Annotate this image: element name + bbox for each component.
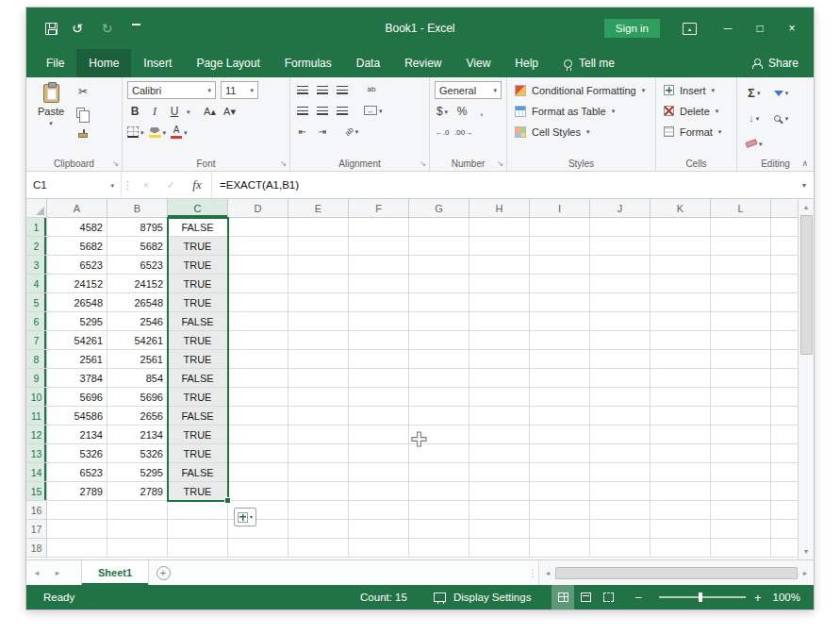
cell-A13[interactable]: 5326 [47, 444, 107, 463]
italic-button[interactable]: I [147, 103, 162, 120]
cell-I11[interactable] [530, 407, 590, 425]
ribbon-display-options-button[interactable]: ▴ [683, 23, 697, 35]
cell-F9[interactable] [349, 369, 409, 388]
cell-K17[interactable] [651, 520, 711, 539]
cell-B13[interactable]: 5326 [107, 444, 168, 463]
cell-F15[interactable] [349, 482, 409, 501]
scroll-right-button[interactable]: ▸ [798, 569, 813, 577]
cell-I7[interactable] [530, 331, 590, 350]
column-header-D[interactable]: D [228, 199, 288, 218]
cell-F5[interactable] [349, 293, 409, 312]
cell-G15[interactable] [409, 482, 469, 501]
cell-I10[interactable] [530, 388, 590, 407]
cell-I18[interactable] [530, 539, 590, 558]
column-header-K[interactable]: K [651, 199, 711, 218]
number-format-combo[interactable]: General▾ [435, 81, 502, 99]
cell-C1[interactable]: FALSE [168, 218, 228, 237]
cell-F8[interactable] [349, 350, 409, 369]
chevron-down-icon[interactable]: ▾ [85, 27, 88, 33]
cell-C11[interactable]: FALSE [168, 407, 228, 425]
zoom-level[interactable]: 100% [773, 592, 800, 603]
cell-B18[interactable] [107, 539, 168, 558]
column-header-I[interactable]: I [530, 199, 590, 218]
cell-B5[interactable]: 26548 [107, 293, 168, 312]
align-center-button[interactable] [315, 102, 330, 119]
chevron-down-icon[interactable]: ▾ [163, 129, 167, 136]
underline-button[interactable]: U [167, 103, 182, 120]
chevron-down-icon[interactable]: ▾ [207, 87, 211, 93]
align-bottom-button[interactable] [335, 81, 350, 98]
name-box[interactable]: C1 ▾ [26, 172, 121, 198]
cell-C12[interactable]: TRUE [168, 425, 228, 444]
tab-review[interactable]: Review [392, 49, 453, 77]
cell-H16[interactable] [469, 501, 530, 520]
cell-K9[interactable] [651, 369, 711, 388]
cell-H14[interactable] [469, 463, 530, 482]
cell-K3[interactable] [651, 256, 711, 275]
cell-G18[interactable] [409, 539, 469, 558]
cell-A7[interactable]: 54261 [47, 331, 107, 350]
copy-button[interactable]: ▾ [75, 104, 91, 121]
cell-I8[interactable] [530, 350, 590, 369]
percent-style-button[interactable]: % [454, 103, 469, 120]
cell-B15[interactable]: 2789 [107, 482, 168, 501]
cell-F18[interactable] [349, 539, 409, 558]
cell-H7[interactable] [469, 331, 530, 350]
cell-E10[interactable] [288, 388, 349, 407]
cell-H9[interactable] [469, 369, 530, 388]
cell-F14[interactable] [349, 463, 409, 482]
column-header-L[interactable]: L [711, 199, 771, 218]
cell-G7[interactable] [409, 331, 469, 350]
cell-I17[interactable] [530, 520, 590, 539]
cell-L3[interactable] [711, 256, 771, 275]
sort-filter-button[interactable]: ▾ [774, 85, 789, 102]
cell-H2[interactable] [469, 237, 530, 256]
save-button[interactable] [45, 23, 58, 35]
cell-I5[interactable] [530, 293, 590, 312]
cell-L9[interactable] [711, 369, 771, 388]
cell-D6[interactable] [228, 312, 288, 331]
zoom-slider-thumb[interactable] [699, 592, 702, 602]
vertical-scroll-thumb[interactable] [800, 215, 813, 355]
fill-button[interactable]: ↓▾ [746, 109, 763, 126]
status-count[interactable]: Count: 15 [360, 592, 407, 603]
tab-page-layout[interactable]: Page Layout [184, 49, 272, 77]
zoom-slider[interactable] [659, 596, 746, 598]
cell-D14[interactable] [228, 463, 288, 482]
cell-A8[interactable]: 2561 [47, 350, 107, 369]
cell-F1[interactable] [349, 218, 409, 237]
cell-B3[interactable]: 6523 [107, 256, 168, 275]
view-page-break-button[interactable] [597, 585, 619, 609]
cell-I1[interactable] [530, 218, 590, 237]
cell-J8[interactable] [590, 350, 651, 369]
cell-J16[interactable] [590, 501, 651, 520]
cell-I15[interactable] [530, 482, 590, 501]
cell-K10[interactable] [651, 388, 711, 407]
wrap-text-button[interactable]: ab [364, 81, 379, 98]
increase-decimal-button[interactable]: ←.0 [435, 124, 450, 141]
cell-K2[interactable] [651, 237, 711, 256]
cell-A15[interactable]: 2789 [47, 482, 107, 501]
cell-F13[interactable] [349, 444, 409, 463]
cell-A11[interactable]: 54586 [47, 407, 107, 425]
horizontal-scrollbar[interactable]: ◂ ▸ [538, 560, 814, 585]
cell-B1[interactable]: 8795 [107, 218, 168, 237]
cell-G3[interactable] [409, 256, 469, 275]
tab-data[interactable]: Data [344, 49, 392, 77]
collapse-ribbon-button[interactable]: ∧ [801, 158, 808, 168]
formula-input[interactable]: =EXACT(A1,B1) [211, 172, 795, 198]
tab-formulas[interactable]: Formulas [272, 49, 344, 77]
delete-cells-button[interactable]: Delete▾ [661, 102, 732, 120]
cell-I6[interactable] [530, 312, 590, 331]
chevron-down-icon[interactable]: ▾ [110, 182, 114, 189]
cell-D8[interactable] [228, 350, 288, 369]
sheet-nav-left-button[interactable]: ◂ [26, 560, 47, 585]
cell-H15[interactable] [469, 482, 530, 501]
row-header-4[interactable]: 4 [26, 275, 47, 293]
insert-cells-button[interactable]: Insert▾ [661, 81, 732, 99]
cell-C6[interactable]: FALSE [168, 312, 228, 331]
cell-A12[interactable]: 2134 [47, 425, 107, 444]
cell-G6[interactable] [409, 312, 469, 331]
tab-help[interactable]: Help [502, 49, 551, 77]
row-header-16[interactable]: 16 [26, 501, 47, 520]
